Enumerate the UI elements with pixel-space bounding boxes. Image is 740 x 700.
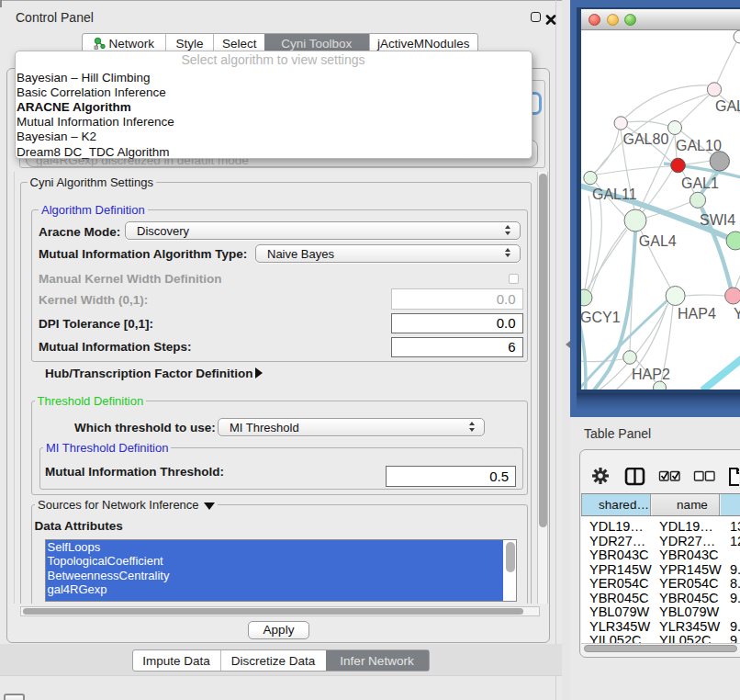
svg-text:HAP2: HAP2 (632, 367, 670, 382)
svg-text:GAL80: GAL80 (623, 131, 669, 147)
svg-text:HAP4: HAP4 (678, 306, 716, 322)
svg-text:GAL10: GAL10 (676, 138, 722, 153)
svg-text:GAL1: GAL1 (681, 175, 719, 191)
svg-text:GAL4: GAL4 (639, 233, 677, 249)
svg-text:Y: Y (734, 306, 740, 322)
svg-text:GAL7: GAL7 (715, 98, 740, 114)
svg-text:GAL11: GAL11 (592, 186, 637, 202)
svg-text:GCY1: GCY1 (581, 310, 621, 325)
svg-text:SWI4: SWI4 (700, 212, 735, 228)
